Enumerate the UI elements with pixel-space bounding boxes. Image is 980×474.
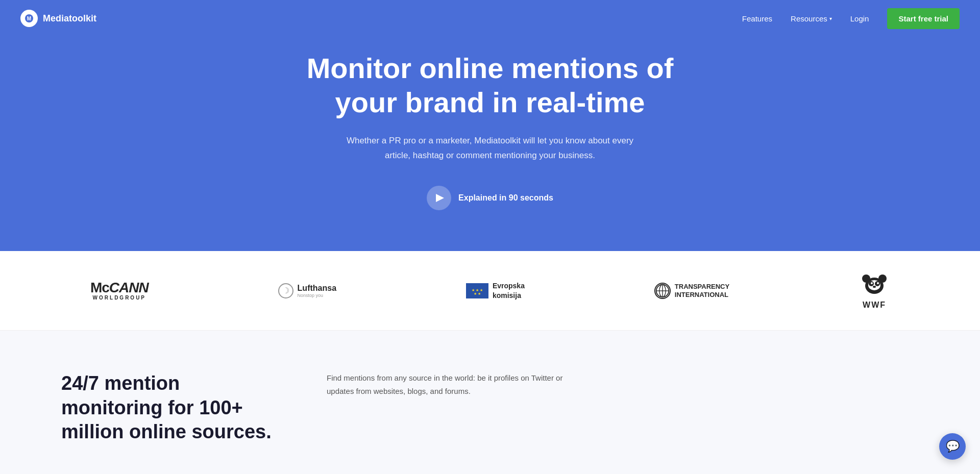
logo[interactable]: Mediatoolkit [20, 10, 96, 27]
svg-text:★ ★: ★ ★ [474, 292, 481, 295]
navigation: Mediatoolkit Features Resources ▾ Login … [0, 0, 980, 37]
logo-transparency: TRANSPARENCYINTERNATIONAL [654, 283, 729, 299]
svg-point-9 [862, 275, 870, 283]
svg-point-14 [877, 282, 879, 284]
nav-features[interactable]: Features [742, 14, 772, 23]
logos-strip: McCANN WORLDGROUP ☽ Lufthansa Nonstop yo… [0, 251, 980, 331]
features-description: Find mentions from any source in the wor… [327, 371, 582, 397]
features-left: 24/7 mention monitoring for 100+ million… [61, 371, 286, 444]
logo-wwf: WWF [859, 271, 890, 310]
logo-mccann: McCANN WORLDGROUP [90, 281, 149, 301]
logo-lufthansa: ☽ Lufthansa Nonstop you [278, 283, 336, 298]
eu-flag-icon: ★ ★ ★ ★ ★ [466, 283, 488, 298]
video-cta-button[interactable]: Explained in 90 seconds [427, 186, 553, 210]
hero-subtitle: Whether a PR pro or a marketer, Mediatoo… [342, 134, 638, 163]
svg-point-10 [878, 275, 887, 283]
logo-eu: ★ ★ ★ ★ ★ Evropskakomisija [466, 281, 525, 300]
hero-title: Monitor online mentions of your brand in… [291, 51, 689, 119]
nav-login[interactable]: Login [850, 14, 869, 23]
play-icon [427, 186, 451, 210]
lufthansa-icon: ☽ [278, 283, 293, 298]
features-title: 24/7 mention monitoring for 100+ million… [61, 371, 286, 444]
nav-resources[interactable]: Resources ▾ [791, 14, 832, 23]
svg-point-13 [871, 282, 873, 284]
chevron-down-icon: ▾ [829, 16, 832, 21]
hero-section: Monitor online mentions of your brand in… [0, 0, 980, 251]
features-section: 24/7 mention monitoring for 100+ million… [0, 331, 980, 474]
features-right: Find mentions from any source in the wor… [327, 371, 582, 397]
nav-links: Features Resources ▾ Login Start free tr… [742, 8, 960, 29]
video-cta-label: Explained in 90 seconds [458, 193, 553, 203]
logo-icon-inner [25, 14, 33, 22]
transparency-globe-icon [654, 283, 671, 299]
logo-text: Mediatoolkit [43, 13, 96, 24]
svg-text:★ ★ ★: ★ ★ ★ [472, 288, 483, 292]
chat-bubble-button[interactable]: 💬 [939, 433, 966, 460]
wwf-panda-icon [859, 271, 890, 301]
start-trial-button[interactable]: Start free trial [887, 8, 960, 29]
chat-icon: 💬 [946, 441, 960, 452]
logo-icon [20, 10, 38, 27]
svg-point-15 [873, 286, 876, 288]
